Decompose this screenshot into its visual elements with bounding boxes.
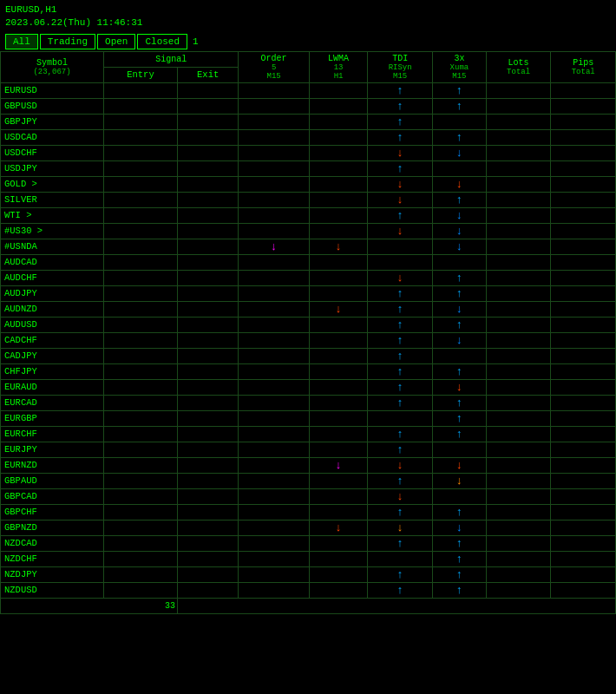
table-row: EURUSD ↑ ↑ <box>1 82 616 98</box>
lots-cell <box>486 363 551 379</box>
xuma-cell: ↑ <box>432 363 486 379</box>
signal-exit-cell <box>177 98 238 114</box>
symbol-cell: EURUSD <box>1 82 104 98</box>
signal-entry-cell <box>103 207 177 223</box>
lwma-cell: ↓ <box>309 457 368 473</box>
lwma-cell <box>309 129 368 145</box>
tab-trading[interactable]: Trading <box>40 34 95 49</box>
xuma-cell: ↓ <box>432 207 486 223</box>
col-tdi: TDI RISyn M15 <box>368 51 433 82</box>
tdi-cell: ↑ <box>368 442 433 457</box>
signal-exit-cell <box>177 410 238 426</box>
symbol-cell: GBPAUD <box>1 473 104 488</box>
pair-label: EURUSD,H1 <box>5 3 611 16</box>
pips-cell <box>551 145 616 160</box>
order-cell <box>239 348 310 363</box>
lwma-cell <box>309 410 368 426</box>
col-signal: Signal <box>103 51 238 67</box>
tdi-cell: ↑ <box>368 285 433 301</box>
lwma-cell <box>309 98 368 114</box>
symbol-cell: EURNZD <box>1 457 104 473</box>
table-row: GBPAUD ↑ ↓ <box>1 473 616 488</box>
order-cell <box>239 192 310 207</box>
table-row: GBPNZD ↓ ↓ ↓ <box>1 520 616 535</box>
table-row: EURCHF ↑ ↑ <box>1 426 616 442</box>
tab-all[interactable]: All <box>5 34 38 49</box>
signal-entry-cell <box>103 270 177 285</box>
signal-exit-cell <box>177 504 238 520</box>
table-row: NZDCHF ↑ <box>1 551 616 566</box>
xuma-cell: ↑ <box>432 285 486 301</box>
tdi-cell: ↑ <box>368 114 433 129</box>
lots-cell <box>486 379 551 395</box>
xuma-cell: ↓ <box>432 176 486 192</box>
pips-cell <box>551 332 616 348</box>
signal-exit-cell <box>177 582 238 598</box>
tdi-cell: ↓ <box>368 488 433 504</box>
xuma-cell: ↓ <box>432 473 486 488</box>
order-cell <box>239 395 310 410</box>
signal-entry-cell <box>103 457 177 473</box>
pips-cell <box>551 566 616 582</box>
xuma-cell <box>432 442 486 457</box>
lwma-cell: ↓ <box>309 301 368 317</box>
order-cell <box>239 332 310 348</box>
datetime-label: 2023.06.22(Thu) 11:46:31 <box>5 16 611 29</box>
lots-cell <box>486 473 551 488</box>
pips-cell <box>551 129 616 145</box>
col-signal-entry: Entry <box>103 67 177 82</box>
tdi-cell: ↑ <box>368 379 433 395</box>
lots-cell <box>486 98 551 114</box>
table-row: GBPJPY ↑ <box>1 114 616 129</box>
xuma-cell: ↑ <box>432 98 486 114</box>
lots-cell <box>486 551 551 566</box>
lwma-cell <box>309 270 368 285</box>
pips-cell <box>551 192 616 207</box>
xuma-cell: ↓ <box>432 301 486 317</box>
order-cell <box>239 285 310 301</box>
table-row: NZDJPY ↑ ↑ <box>1 566 616 582</box>
xuma-cell: ↑ <box>432 566 486 582</box>
pips-cell <box>551 363 616 379</box>
lots-cell <box>486 82 551 98</box>
signal-exit-cell <box>177 192 238 207</box>
lwma-cell <box>309 285 368 301</box>
table-row: USDCAD ↑ ↑ <box>1 129 616 145</box>
lots-cell <box>486 504 551 520</box>
lwma-cell <box>309 114 368 129</box>
tdi-cell <box>368 239 433 254</box>
xuma-cell: ↑ <box>432 582 486 598</box>
xuma-cell <box>432 160 486 176</box>
pips-cell <box>551 488 616 504</box>
table-row: EURGBP ↑ <box>1 410 616 426</box>
signal-entry-cell <box>103 566 177 582</box>
lots-cell <box>486 145 551 160</box>
pips-cell <box>551 98 616 114</box>
lots-cell <box>486 426 551 442</box>
signal-exit-cell <box>177 317 238 332</box>
xuma-cell: ↓ <box>432 239 486 254</box>
signal-exit-cell <box>177 488 238 504</box>
tab-closed[interactable]: Closed <box>137 34 187 49</box>
lots-cell <box>486 410 551 426</box>
pips-cell <box>551 82 616 98</box>
order-cell <box>239 379 310 395</box>
lwma-cell <box>309 254 368 270</box>
pips-cell <box>551 207 616 223</box>
tab-open[interactable]: Open <box>97 34 135 49</box>
xuma-cell: ↑ <box>432 129 486 145</box>
order-cell <box>239 582 310 598</box>
col-lwma: LWMA 13 H1 <box>309 51 368 82</box>
symbol-cell: USDCAD <box>1 129 104 145</box>
signal-entry-cell <box>103 192 177 207</box>
signal-exit-cell <box>177 254 238 270</box>
footer-row: 33 <box>1 598 616 613</box>
table-row: AUDJPY ↑ ↑ <box>1 285 616 301</box>
symbol-cell: AUDJPY <box>1 285 104 301</box>
signal-exit-cell <box>177 129 238 145</box>
lots-cell <box>486 239 551 254</box>
pips-cell <box>551 426 616 442</box>
xuma-cell <box>432 114 486 129</box>
order-cell <box>239 223 310 239</box>
tdi-cell: ↑ <box>368 426 433 442</box>
